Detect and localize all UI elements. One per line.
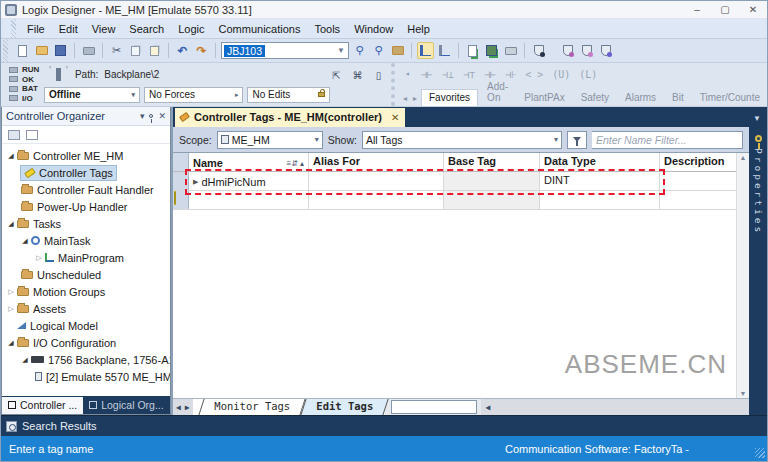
paste-icon[interactable] (146, 42, 163, 59)
safety-signature-icon[interactable] (530, 42, 547, 59)
tree-item-assets[interactable]: ▷Assets (2, 300, 170, 317)
tree-item-power-up-handler[interactable]: Power-Up Handler (2, 198, 170, 215)
tab-edit-tags[interactable]: Edit Tags (300, 399, 388, 415)
tag-search-combobox[interactable]: JBJ103 ▼ (221, 42, 349, 59)
tree-item-mainprogram[interactable]: ▷MainProgram (2, 249, 170, 266)
maximize-button[interactable]: ▢ (711, 1, 739, 18)
tree-item-unscheduled[interactable]: Unscheduled (2, 266, 170, 283)
hscroll-left-icon[interactable]: ◀ (481, 399, 494, 415)
tab-close-icon[interactable]: ✕ (391, 112, 399, 123)
new-file-icon[interactable] (14, 42, 31, 59)
safety-lock-icon[interactable] (559, 42, 576, 59)
tree-item-controller[interactable]: ◢Controller ME_HM (2, 147, 170, 164)
otu-coil-icon[interactable]: (U) (552, 69, 570, 80)
chevron-right-icon[interactable]: ▸ (235, 91, 239, 99)
print-icon[interactable] (80, 42, 97, 59)
tab-scroll-right-icon[interactable]: ▸ (411, 94, 419, 106)
tab-logical-organizer[interactable]: Logical Org... (83, 397, 169, 414)
open-file-icon[interactable] (33, 42, 50, 59)
sheet-scroll-right-icon[interactable]: ▶ (185, 403, 190, 412)
branch-level-icon[interactable]: ⊣⊤ (463, 69, 475, 80)
minimize-button[interactable]: – (683, 1, 711, 18)
column-header-name[interactable]: Name≡⇵▴ (189, 153, 309, 171)
vertical-scrollbar[interactable]: ▲ ▼ (736, 153, 749, 398)
pin-icon[interactable] (149, 114, 153, 118)
tree-item-controller-tags[interactable]: Controller Tags (2, 164, 170, 181)
tab-monitor-tags[interactable]: Monitor Tags (198, 399, 305, 415)
close-button[interactable]: ✕ (739, 1, 767, 18)
tab-controller-organizer[interactable]: Controller ... (2, 397, 83, 414)
edits-dropdown[interactable]: No Edits (247, 87, 330, 103)
scroll-left-icon[interactable]: ◂ (403, 69, 412, 81)
safety-unlock-icon[interactable] (578, 42, 595, 59)
network-icon[interactable]: ⌘ (351, 69, 364, 82)
collapse-all-icon[interactable] (8, 130, 20, 140)
scroll-up-icon[interactable]: ▲ (740, 154, 747, 161)
chevron-down-icon[interactable]: ▼ (337, 46, 348, 55)
search-results-panel[interactable]: Search Results (1, 415, 767, 436)
verify-rung-icon[interactable] (464, 42, 481, 59)
verify-controller-icon[interactable] (483, 42, 500, 59)
tree-item-io-configuration[interactable]: ◢I/O Configuration (2, 334, 170, 351)
name-filter-input[interactable] (592, 131, 743, 149)
tree-item-controller-fault-handler[interactable]: Controller Fault Handler (2, 181, 170, 198)
tab-controller-tags[interactable]: Controller Tags - ME_HM(controller) ✕ (175, 108, 405, 127)
tab-scroll-left-icon[interactable]: ◂ (401, 94, 409, 106)
alias-for-cell[interactable] (309, 172, 444, 190)
menu-file[interactable]: File (20, 19, 52, 38)
branch-icon[interactable]: ⊣⊥ (442, 69, 454, 80)
column-header-base-tag[interactable]: Base Tag (444, 153, 540, 171)
organizer-options-icon[interactable] (26, 130, 38, 140)
controller-organizer-toggle-icon[interactable] (417, 42, 434, 59)
menu-edit[interactable]: Edit (52, 19, 85, 38)
tab-alarms[interactable]: Alarms (618, 90, 663, 106)
data-type-cell[interactable]: DINT (540, 172, 660, 190)
tab-favorites[interactable]: Favorites (421, 89, 478, 106)
menu-communications[interactable]: Communications (212, 19, 308, 38)
filter-icon[interactable] (567, 131, 587, 149)
scope-dropdown[interactable]: ME_HM ▾ (217, 131, 323, 149)
search-key-icon[interactable] (351, 42, 368, 59)
undo-icon[interactable]: ↶ (174, 42, 191, 59)
resize-grip[interactable] (755, 448, 765, 458)
cut-icon[interactable]: ✂ (108, 42, 125, 59)
tab-safety[interactable]: Safety (574, 90, 616, 106)
tree-item-motion-groups[interactable]: ▷Motion Groups (2, 283, 170, 300)
tab-plantpax[interactable]: PlantPAx (517, 90, 571, 106)
scroll-down-icon[interactable]: ▼ (740, 390, 747, 397)
panel-menu-icon[interactable]: ▾ (140, 111, 145, 121)
module-info-icon[interactable]: ▯ (372, 69, 385, 82)
tree-item-tasks[interactable]: ◢Tasks (2, 215, 170, 232)
table-new-tag-row[interactable] (173, 191, 749, 210)
menu-logic[interactable]: Logic (171, 19, 211, 38)
tab-bit[interactable]: Bit (665, 90, 691, 106)
column-header-data-type[interactable]: Data Type (540, 153, 660, 171)
search-next-icon[interactable] (370, 42, 387, 59)
menu-window[interactable]: Window (347, 19, 400, 38)
expand-row-icon[interactable]: ▶ (193, 178, 198, 186)
menu-search[interactable]: Search (122, 19, 171, 38)
menu-view[interactable]: View (85, 19, 123, 38)
save-icon[interactable] (52, 42, 69, 59)
show-dropdown[interactable]: All Tags ▾ (362, 131, 562, 149)
tab-timer-counter[interactable]: Timer/Counte (693, 90, 767, 106)
horizontal-scrollbar[interactable] (494, 399, 749, 415)
chevron-down-icon[interactable]: ▾ (131, 91, 135, 99)
forces-dropdown[interactable]: No Forces ▸ (144, 87, 243, 103)
browse-icon[interactable] (389, 42, 406, 59)
download-icon[interactable] (502, 42, 519, 59)
menu-tools[interactable]: Tools (307, 19, 347, 38)
tab-list-icon[interactable]: ▼ (753, 114, 767, 127)
chevron-down-icon[interactable]: ▾ (315, 135, 319, 144)
table-row-dhmipicnum[interactable]: ▶dHmiPicNum DINT (173, 172, 749, 191)
sort-ascending-icon[interactable]: ▴ (300, 159, 304, 168)
tree-item-backplane[interactable]: ◢1756 Backplane, 1756-A17 (2, 351, 170, 368)
row-header-cell[interactable] (173, 172, 189, 190)
properties-side-tab[interactable]: Properties (749, 127, 767, 415)
chevron-down-icon[interactable]: ▾ (554, 135, 558, 144)
safety-generate-icon[interactable] (597, 42, 614, 59)
copy-icon[interactable] (127, 42, 144, 59)
tree-item-logical-model[interactable]: Logical Model (2, 317, 170, 334)
new-tag-row-header[interactable] (173, 191, 189, 209)
column-header-alias-for[interactable]: Alias For (309, 153, 444, 171)
